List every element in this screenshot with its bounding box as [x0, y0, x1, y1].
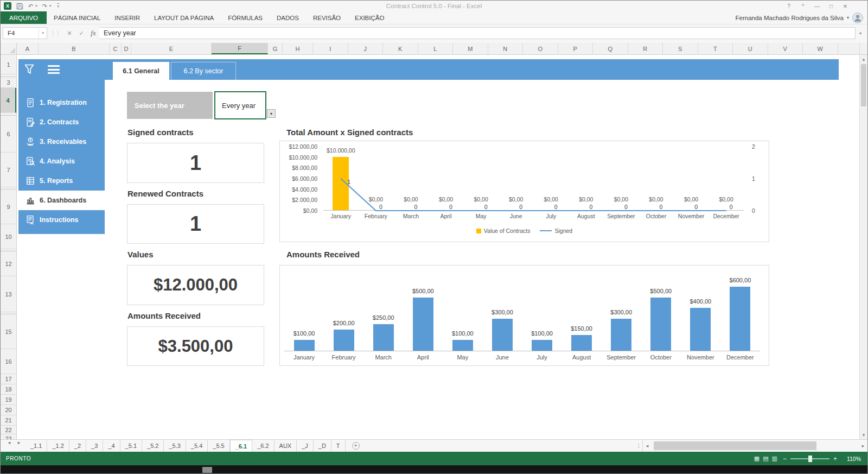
customize-qat-icon[interactable]: ▾	[57, 3, 59, 9]
spreadsheet-cells[interactable]: 6.1 General 6.2 By sector 1. Registratio…	[17, 55, 859, 439]
name-box-arrow-icon[interactable]: ▾	[39, 28, 47, 39]
sheet-tab-5-2[interactable]: _5.2	[142, 440, 164, 452]
sheet-tab-t[interactable]: T	[331, 440, 346, 452]
sheet-tab-j[interactable]: _J	[297, 440, 314, 452]
column-header-F[interactable]: F	[212, 43, 268, 54]
row-header-18[interactable]: 18	[1, 384, 16, 395]
sheet-tab-4[interactable]: _4	[103, 440, 120, 452]
scroll-down-icon[interactable]: ▼	[860, 431, 867, 439]
ribbon-display-options-icon[interactable]: ^	[796, 1, 810, 11]
sidebar-item-2-contracts[interactable]: 2. Contracts	[18, 112, 105, 132]
sidebar-item-6-dashboards[interactable]: 6. Dashboards	[18, 191, 105, 210]
dashboard-tab-by-sector[interactable]: 6.2 By sector	[171, 62, 236, 80]
expand-formula-bar-icon[interactable]: ▾	[856, 31, 865, 36]
taskbar-app-icon[interactable]	[202, 467, 212, 473]
horizontal-scrollbar[interactable]: ◂ ▸	[643, 440, 867, 452]
row-header-21[interactable]: 21	[1, 415, 16, 426]
normal-view-icon[interactable]: ▦	[754, 455, 760, 462]
row-header-9[interactable]: 9	[1, 189, 16, 224]
tab-scroll-left-icon[interactable]: ◂	[4, 440, 15, 445]
ribbon-tab-p-gina-inicial[interactable]: PÁGINA INICIAL	[47, 11, 107, 24]
row-header-10[interactable]: 10	[1, 224, 16, 249]
sheet-tab-5-3[interactable]: _5.3	[164, 440, 186, 452]
ribbon-tab-f-rmulas[interactable]: FÓRMULAS	[221, 11, 270, 24]
zoom-level[interactable]: 110%	[843, 456, 861, 462]
horizontal-scroll-track[interactable]	[652, 440, 859, 452]
ribbon-tab-revis-o[interactable]: REVISÃO	[306, 11, 348, 24]
sidebar-item-instructions[interactable]: Instructions	[18, 210, 105, 230]
new-sheet-button[interactable]: +	[350, 440, 362, 452]
sheet-tab-2[interactable]: _2	[69, 440, 86, 452]
zoom-slider[interactable]	[790, 458, 829, 459]
sheet-tab-d[interactable]: _D	[314, 440, 331, 452]
minimize-icon[interactable]: —	[810, 1, 824, 11]
column-header-I[interactable]: I	[313, 43, 348, 54]
insert-function-icon[interactable]: fx	[87, 27, 99, 39]
amounts-received-chart[interactable]: $100,00$200,00$250,00$500,00$100,00$300,…	[279, 265, 769, 366]
column-header-P[interactable]: P	[558, 43, 593, 54]
row-header-19[interactable]: 19	[1, 395, 16, 405]
column-header-N[interactable]: N	[488, 43, 524, 54]
scroll-right-icon[interactable]: ▸	[859, 443, 867, 448]
cancel-entry-icon[interactable]: ✕	[63, 27, 75, 39]
column-header-C[interactable]: C	[110, 43, 122, 54]
tab-scroll-right-icon[interactable]: ▸	[14, 440, 24, 445]
confirm-entry-icon[interactable]: ✓	[75, 27, 87, 39]
sidebar-item-3-receivables[interactable]: 3. Receivables	[18, 132, 105, 151]
sheet-tab-5-5[interactable]: _5.5	[208, 440, 229, 452]
scroll-up-icon[interactable]: ▲	[860, 55, 867, 64]
undo-icon[interactable]: ↶	[28, 3, 33, 9]
column-header-K[interactable]: K	[383, 43, 418, 54]
excel-logo-icon[interactable]: X	[4, 2, 11, 10]
vertical-scroll-thumb[interactable]	[861, 64, 866, 106]
column-header-R[interactable]: R	[628, 43, 663, 54]
row-header-13[interactable]: 13	[1, 276, 16, 312]
column-header-S[interactable]: S	[663, 43, 698, 54]
select-all-corner[interactable]	[1, 43, 17, 55]
user-caret-icon[interactable]: ▾	[847, 15, 849, 20]
column-header-A[interactable]: A	[17, 43, 39, 54]
dashboard-tab-general[interactable]: 6.1 General	[113, 62, 169, 80]
column-header-M[interactable]: M	[453, 43, 488, 54]
column-header-G[interactable]: G	[268, 43, 283, 54]
sidebar-item-5-reports[interactable]: 5. Reports	[18, 171, 105, 191]
user-avatar[interactable]	[852, 12, 863, 23]
column-header-W[interactable]: W	[803, 43, 838, 54]
vertical-scrollbar[interactable]: ▲ ▼	[859, 55, 867, 439]
column-header-O[interactable]: O	[523, 43, 558, 54]
ribbon-tab-dados[interactable]: DADOS	[270, 11, 306, 24]
zoom-out-icon[interactable]: −	[783, 455, 787, 463]
column-header-L[interactable]: L	[418, 43, 454, 54]
sheet-tab-aux[interactable]: AUX	[275, 440, 297, 452]
ribbon-tab-arquivo[interactable]: ARQUIVO	[1, 11, 47, 24]
zoom-in-icon[interactable]: +	[833, 455, 837, 463]
row-header-23[interactable]: 23	[1, 434, 16, 439]
column-header-Q[interactable]: Q	[593, 43, 628, 54]
zoom-slider-thumb[interactable]	[808, 456, 812, 462]
dropdown-arrow-icon[interactable]: ▼	[267, 109, 276, 118]
scroll-left-icon[interactable]: ◂	[643, 443, 652, 448]
row-header-1[interactable]: 1	[1, 55, 16, 74]
combo-chart[interactable]: $12.000,00$10.000,00$8.000,00$6.000,00$4…	[279, 141, 769, 242]
row-header-15[interactable]: 15	[1, 314, 16, 349]
column-header-T[interactable]: T	[698, 43, 733, 54]
row-header-3[interactable]: 3	[1, 77, 16, 88]
name-box[interactable]: F4 ▾	[3, 27, 47, 39]
row-header-12[interactable]: 12	[1, 251, 16, 276]
row-header-7[interactable]: 7	[1, 153, 16, 187]
sheet-tab-5-1[interactable]: _5.1	[120, 440, 142, 452]
row-header-22[interactable]: 22	[1, 426, 16, 434]
page-break-view-icon[interactable]: ▥	[772, 455, 777, 462]
maximize-icon[interactable]: □	[824, 1, 838, 11]
row-header-4[interactable]: 4	[1, 88, 16, 113]
undo-caret-icon[interactable]: ▾	[35, 4, 37, 8]
column-header-D[interactable]: D	[122, 43, 131, 54]
column-header-U[interactable]: U	[733, 43, 768, 54]
vertical-scroll-track[interactable]	[860, 107, 867, 431]
row-header-6[interactable]: 6	[1, 116, 16, 153]
sheet-tab-3[interactable]: _3	[86, 440, 103, 452]
column-header-E[interactable]: E	[131, 43, 212, 54]
menu-icon[interactable]	[48, 65, 60, 74]
ribbon-tab-inserir[interactable]: INSERIR	[107, 11, 147, 24]
tab-split-handle[interactable]: ⁞	[635, 440, 643, 452]
